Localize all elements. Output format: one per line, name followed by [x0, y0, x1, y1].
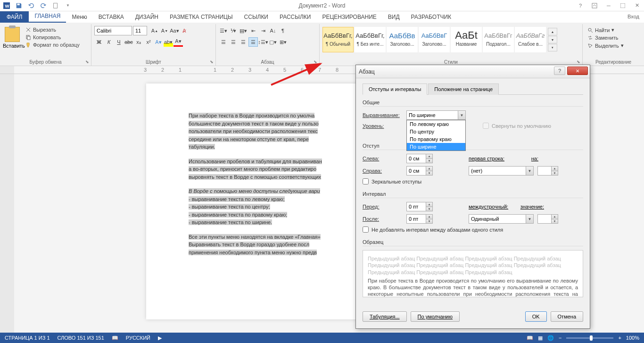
line-spacing-icon[interactable]: ↕☰▾: [258, 37, 268, 47]
tab-references[interactable]: ССЫЛКИ: [239, 11, 274, 23]
ok-button[interactable]: OK: [525, 311, 547, 322]
italic-icon[interactable]: К: [104, 37, 114, 47]
align-center-icon[interactable]: ☰: [229, 37, 238, 47]
shading-icon[interactable]: ▢▾: [268, 37, 278, 47]
style-gallery[interactable]: АаБбВвГг,¶ Обычный АаБбВвГг,¶ Без инте..…: [322, 26, 554, 52]
align-option-justify[interactable]: По ширине: [407, 143, 465, 151]
status-proofing-icon[interactable]: 📖: [112, 335, 118, 341]
paragraph-launcher-icon[interactable]: ⬊: [313, 59, 318, 65]
undo-icon[interactable]: [26, 1, 36, 10]
indent-left-spinner[interactable]: 0 см▲▼: [406, 154, 433, 163]
bullets-icon[interactable]: ☰▾: [219, 26, 228, 35]
style-normal[interactable]: АаБбВвГг,¶ Обычный: [322, 27, 354, 52]
subscript-icon[interactable]: x₂: [134, 37, 143, 47]
mirror-indents-checkbox[interactable]: Зеркальные отступы: [363, 178, 421, 184]
tab-insert[interactable]: ВСТАВКА: [93, 11, 130, 23]
dialog-close-icon[interactable]: ✕: [567, 67, 588, 75]
zoom-in-icon[interactable]: +: [618, 335, 621, 341]
superscript-icon[interactable]: x²: [144, 37, 153, 47]
view-read-icon[interactable]: 📖: [527, 335, 533, 341]
tabs-button[interactable]: Табуляция...: [363, 311, 407, 322]
dialog-tab-indents[interactable]: Отступы и интервалы: [363, 84, 427, 95]
tab-view[interactable]: ВИД: [382, 11, 405, 23]
ruler-vertical[interactable]: [0, 74, 14, 333]
clipboard-launcher-icon[interactable]: ⬊: [84, 59, 90, 65]
save-icon[interactable]: [14, 1, 24, 10]
maximize-icon[interactable]: [616, 0, 630, 11]
line-spacing-combo[interactable]: Одинарный▼: [469, 214, 534, 224]
cut-button[interactable]: Вырезать: [24, 26, 82, 33]
bold-icon[interactable]: Ж: [94, 37, 104, 47]
align-right-icon[interactable]: ☰: [239, 37, 248, 47]
style-heading1[interactable]: АаБбВвЗаголово...: [387, 27, 418, 52]
view-print-icon[interactable]: ▦: [538, 335, 543, 341]
grow-font-icon[interactable]: A▲: [150, 26, 159, 35]
tab-developer[interactable]: РАЗРАБОТЧИК: [405, 11, 457, 23]
close-icon[interactable]: ✕: [630, 0, 644, 11]
underline-icon[interactable]: Ч: [114, 37, 124, 47]
font-size-combo[interactable]: 11: [133, 26, 147, 35]
font-name-combo[interactable]: Calibri: [94, 26, 132, 35]
shrink-font-icon[interactable]: A▼: [160, 26, 169, 35]
status-words[interactable]: СЛОВО 151 ИЗ 151: [58, 335, 104, 341]
status-language[interactable]: РУССКИЙ: [126, 335, 150, 341]
status-macro-icon[interactable]: ▶: [158, 335, 162, 341]
styles-more-icon[interactable]: ▾: [548, 44, 557, 51]
tab-layout[interactable]: РАЗМЕТКА СТРАНИЦЫ: [164, 11, 239, 23]
tab-home[interactable]: ГЛАВНАЯ: [29, 10, 66, 23]
tab-menu[interactable]: Меню: [66, 11, 92, 23]
spacing-after-spinner[interactable]: 0 пт▲▼: [406, 214, 433, 224]
alignment-combo[interactable]: По ширине▼ По левому краю По центру По п…: [406, 110, 466, 120]
status-page[interactable]: СТРАНИЦА 1 ИЗ 1: [5, 335, 50, 341]
word-icon[interactable]: W: [2, 1, 11, 10]
clear-format-icon[interactable]: A̷: [180, 26, 189, 35]
increase-indent-icon[interactable]: ⇥: [258, 26, 268, 35]
indent-by-spinner[interactable]: ▲▼: [537, 166, 558, 176]
decrease-indent-icon[interactable]: ⇤: [248, 26, 258, 35]
styles-scroll-down-icon[interactable]: ▼: [548, 36, 557, 43]
select-button[interactable]: Выделить ▾: [586, 42, 626, 50]
zoom-level[interactable]: 100%: [626, 335, 639, 341]
tab-review[interactable]: РЕЦЕНЗИРОВАНИЕ: [316, 11, 382, 23]
zoom-slider[interactable]: [566, 337, 613, 339]
paste-button[interactable]: Вставить: [3, 26, 22, 49]
indent-right-spinner[interactable]: 0 см▲▼: [406, 166, 433, 176]
align-justify-icon[interactable]: ☰: [248, 37, 258, 47]
copy-button[interactable]: Копировать: [24, 33, 82, 41]
align-option-center[interactable]: По центру: [407, 128, 465, 135]
redo-icon[interactable]: [39, 1, 48, 10]
qat-customize-icon[interactable]: ▼: [63, 1, 73, 10]
align-option-right[interactable]: По правому краю: [407, 135, 465, 143]
style-subtitle[interactable]: АаБбВвГгПодзагол...: [483, 27, 514, 52]
style-title[interactable]: АаБtНазвание: [451, 27, 482, 52]
view-web-icon[interactable]: 🌐: [547, 335, 554, 341]
numbering-icon[interactable]: ⅟▾: [229, 26, 238, 35]
font-color-icon[interactable]: A▾: [173, 37, 183, 47]
style-heading2[interactable]: АаБбВвГЗаголово...: [419, 27, 450, 52]
styles-scroll-up-icon[interactable]: ▲: [548, 28, 557, 35]
tab-design[interactable]: ДИЗАЙН: [130, 11, 164, 23]
font-launcher-icon[interactable]: ⬊: [209, 59, 215, 65]
ribbon-collapse-icon[interactable]: [587, 0, 602, 11]
cancel-button[interactable]: Отмена: [551, 311, 583, 322]
spacing-at-spinner[interactable]: ▲▼: [537, 214, 558, 224]
default-button[interactable]: По умолчанию: [411, 311, 460, 322]
new-doc-icon[interactable]: [51, 1, 60, 10]
align-option-left[interactable]: По левому краю: [407, 120, 465, 128]
zoom-out-icon[interactable]: −: [559, 335, 561, 341]
dialog-tab-position[interactable]: Положение на странице: [428, 84, 499, 95]
show-marks-icon[interactable]: ¶: [278, 26, 288, 35]
change-case-icon[interactable]: Aa▾: [170, 26, 179, 35]
dialog-help-icon[interactable]: ?: [554, 67, 565, 75]
spacing-before-spinner[interactable]: 0 пт▲▼: [406, 202, 433, 211]
tab-file[interactable]: ФАЙЛ: [0, 11, 29, 23]
tab-mailings[interactable]: РАССЫЛКИ: [274, 11, 316, 23]
replace-button[interactable]: Заменить: [586, 34, 626, 42]
help-icon[interactable]: ?: [573, 0, 587, 11]
find-button[interactable]: Найти ▾: [586, 26, 626, 34]
firstline-combo[interactable]: (нет)▼: [469, 166, 534, 176]
no-space-checkbox[interactable]: Не добавлять интервал между абзацами одн…: [363, 226, 503, 233]
highlight-icon[interactable]: ab▾: [164, 37, 173, 47]
align-left-icon[interactable]: ☰: [219, 37, 228, 47]
styles-launcher-icon[interactable]: ⬊: [576, 59, 581, 65]
